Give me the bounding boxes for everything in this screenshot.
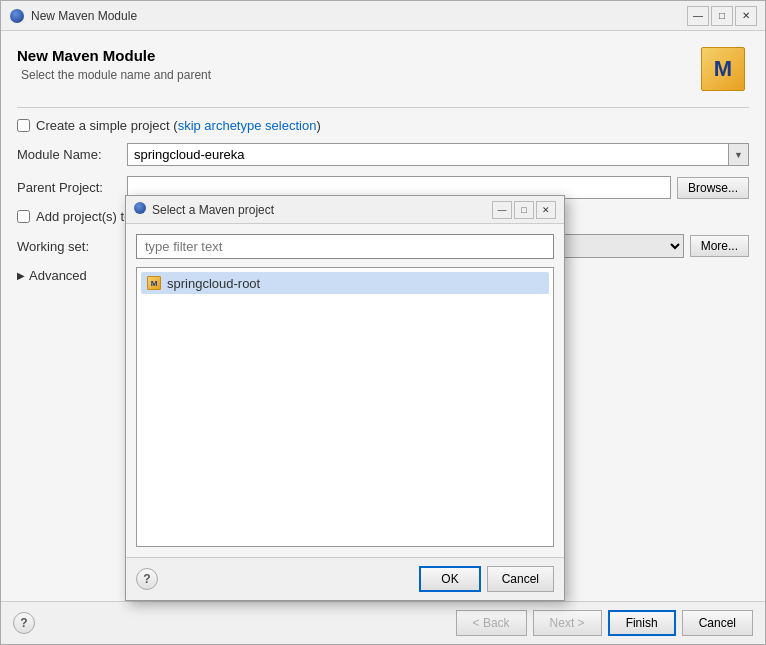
browse-button[interactable]: Browse...: [677, 177, 749, 199]
modal-title-controls: — □ ✕: [492, 201, 556, 219]
maven-logo: M: [701, 47, 749, 95]
title-bar: New Maven Module — □ ✕: [1, 1, 765, 31]
tree-item-label: springcloud-root: [167, 276, 260, 291]
module-name-control: ▼: [127, 143, 749, 166]
more-button[interactable]: More...: [690, 235, 749, 257]
modal-close-button[interactable]: ✕: [536, 201, 556, 219]
title-bar-controls: — □ ✕: [687, 6, 757, 26]
modal-ok-button[interactable]: OK: [419, 566, 480, 592]
filter-input[interactable]: [136, 234, 554, 259]
module-name-label: Module Name:: [17, 147, 127, 162]
modal-title-text: Select a Maven project: [152, 203, 492, 217]
close-button[interactable]: ✕: [735, 6, 757, 26]
modal-title-bar: Select a Maven project — □ ✕: [126, 196, 564, 224]
modal-actions: OK Cancel: [419, 566, 554, 592]
working-set-label: Working set:: [17, 239, 127, 254]
cancel-button[interactable]: Cancel: [682, 610, 753, 636]
create-simple-row: Create a simple project (skip archetype …: [17, 118, 749, 133]
help-button[interactable]: ?: [13, 612, 35, 634]
modal-minimize-button[interactable]: —: [492, 201, 512, 219]
bottom-right: < Back Next > Finish Cancel: [456, 610, 753, 636]
tree-view[interactable]: M springcloud-root: [136, 267, 554, 547]
modal-help-button[interactable]: ?: [136, 568, 158, 590]
module-name-combo: ▼: [127, 143, 749, 166]
bottom-bar: ? < Back Next > Finish Cancel: [1, 601, 765, 644]
header-section: New Maven Module Select the module name …: [17, 47, 749, 95]
back-button[interactable]: < Back: [456, 610, 527, 636]
header-subtitle: Select the module name and parent: [21, 68, 211, 82]
maximize-button[interactable]: □: [711, 6, 733, 26]
advanced-label: Advanced: [29, 268, 87, 283]
header-title: New Maven Module: [17, 47, 211, 64]
window-title: New Maven Module: [31, 9, 687, 23]
module-name-input[interactable]: [128, 144, 728, 165]
maven-proj-icon: M: [146, 275, 162, 291]
minimize-button[interactable]: —: [687, 6, 709, 26]
maven-icon-letter: M: [701, 47, 745, 91]
modal-title-icon: [134, 202, 146, 217]
modal-content: M springcloud-root: [126, 224, 564, 557]
separator-1: [17, 107, 749, 108]
advanced-arrow-icon: ▶: [17, 270, 25, 281]
module-name-row: Module Name: ▼: [17, 143, 749, 166]
next-button[interactable]: Next >: [533, 610, 602, 636]
create-simple-label[interactable]: Create a simple project (skip archetype …: [36, 118, 321, 133]
module-name-dropdown[interactable]: ▼: [728, 144, 748, 165]
window-title-icon: [9, 8, 25, 24]
bottom-left: ?: [13, 612, 35, 634]
modal-dialog: Select a Maven project — □ ✕ M springclo…: [125, 195, 565, 601]
header-text: New Maven Module Select the module name …: [17, 47, 211, 82]
modal-cancel-button[interactable]: Cancel: [487, 566, 554, 592]
add-project-checkbox[interactable]: [17, 210, 30, 223]
finish-button[interactable]: Finish: [608, 610, 676, 636]
modal-bottom: ? OK Cancel: [126, 557, 564, 600]
skip-archetype-link[interactable]: skip archetype selection: [178, 118, 317, 133]
tree-item[interactable]: M springcloud-root: [141, 272, 549, 294]
maven-project-icon: M: [145, 275, 163, 291]
modal-maximize-button[interactable]: □: [514, 201, 534, 219]
parent-project-label: Parent Project:: [17, 180, 127, 195]
create-simple-checkbox[interactable]: [17, 119, 30, 132]
